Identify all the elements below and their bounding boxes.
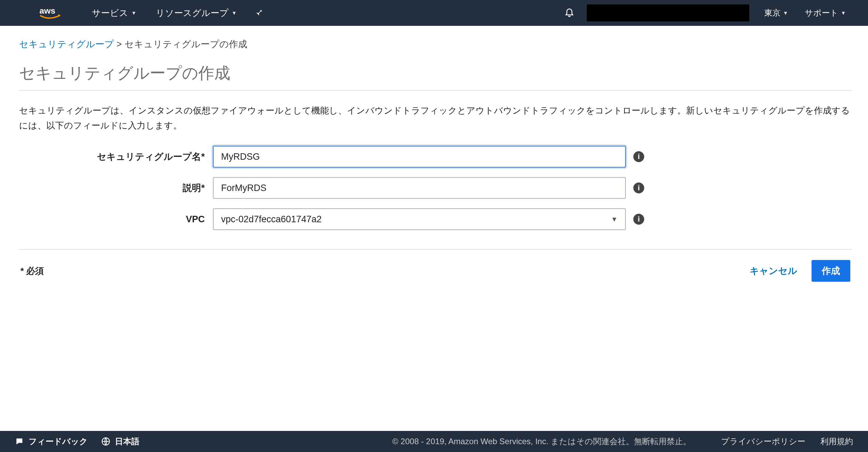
pin-icon[interactable]: [246, 7, 271, 19]
terms-link[interactable]: 利用規約: [820, 436, 853, 447]
required-note: * 必須: [20, 265, 44, 277]
feedback-label: フィードバック: [29, 436, 88, 447]
breadcrumb-separator: >: [117, 39, 124, 49]
page-description: セキュリティグループは、インスタンスの仮想ファイアウォールとして機能し、インバウ…: [19, 103, 852, 133]
breadcrumb: セキュリティグループ > セキュリティグループの作成: [19, 38, 852, 50]
language-label: 日本語: [115, 436, 139, 447]
account-menu[interactable]: [587, 4, 749, 21]
label-description: 説明*: [19, 182, 213, 194]
info-icon[interactable]: i: [633, 214, 644, 225]
caret-down-icon: ▾: [842, 9, 845, 17]
aws-logo[interactable]: aws: [0, 5, 82, 21]
copyright-text: © 2008 - 2019, Amazon Web Services, Inc.…: [393, 436, 691, 447]
support-menu[interactable]: サポート ▾: [796, 7, 854, 18]
notifications-icon[interactable]: [558, 7, 581, 19]
page-content: セキュリティグループ > セキュリティグループの作成 セキュリティグループの作成…: [0, 26, 868, 282]
triangle-down-icon: ▼: [611, 215, 618, 223]
breadcrumb-parent-link[interactable]: セキュリティグループ: [19, 39, 114, 49]
feedback-link[interactable]: フィードバック: [15, 436, 88, 447]
input-group-name[interactable]: [213, 146, 626, 168]
nav-resource-groups[interactable]: リソースグループ ▾: [146, 0, 246, 26]
label-vpc: VPC: [19, 214, 213, 225]
top-nav: aws サービス ▾ リソースグループ ▾ 東京 ▾ サポート ▾: [0, 0, 868, 26]
breadcrumb-current: セキュリティグループの作成: [124, 39, 247, 49]
select-vpc[interactable]: vpc-02d7fecca601747a2 ▼: [213, 208, 626, 230]
select-vpc-value: vpc-02d7fecca601747a2: [221, 214, 322, 225]
nav-services[interactable]: サービス ▾: [82, 0, 146, 26]
speech-bubble-icon: [15, 437, 24, 446]
support-label: サポート: [805, 7, 838, 18]
privacy-link[interactable]: プライバシーポリシー: [721, 436, 805, 447]
input-description[interactable]: [213, 177, 626, 199]
caret-down-icon: ▾: [233, 9, 236, 17]
caret-down-icon: ▾: [784, 9, 787, 17]
globe-icon: [101, 437, 110, 446]
row-description: 説明* i: [19, 177, 852, 199]
label-group-name: セキュリティグループ名*: [19, 151, 213, 163]
nav-services-label: サービス: [92, 7, 128, 19]
info-icon[interactable]: i: [633, 182, 644, 193]
actions-row: * 必須 キャンセル 作成: [19, 250, 852, 282]
svg-text:aws: aws: [39, 6, 55, 15]
create-button[interactable]: 作成: [812, 260, 850, 282]
row-group-name: セキュリティグループ名* i: [19, 146, 852, 168]
create-sg-form: セキュリティグループ名* i 説明* i VPC vpc-02d7fecca60…: [19, 146, 852, 230]
bottom-bar: フィードバック 日本語 © 2008 - 2019, Amazon Web Se…: [0, 431, 868, 452]
region-selector[interactable]: 東京 ▾: [755, 7, 796, 18]
page-title: セキュリティグループの作成: [19, 63, 852, 91]
row-vpc: VPC vpc-02d7fecca601747a2 ▼ i: [19, 208, 852, 230]
nav-resource-groups-label: リソースグループ: [156, 7, 229, 19]
info-icon[interactable]: i: [633, 151, 644, 162]
caret-down-icon: ▾: [132, 9, 135, 17]
cancel-button[interactable]: キャンセル: [740, 259, 807, 282]
language-selector[interactable]: 日本語: [101, 436, 139, 447]
region-label: 東京: [764, 7, 781, 18]
